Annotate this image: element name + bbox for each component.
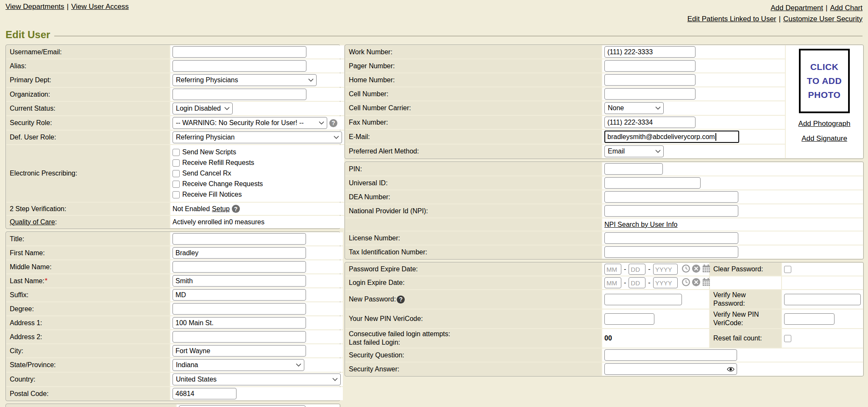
password-expire-dd-input[interactable] (629, 264, 645, 275)
primary-dept-select[interactable]: Referring Physicians (172, 74, 317, 86)
receive-fill-notices-checkbox[interactable] (172, 191, 180, 198)
new-password-help-icon[interactable]: ? (397, 295, 405, 304)
def-user-role-label: Def. User Role: (6, 131, 170, 144)
address2-input[interactable] (172, 331, 306, 343)
postal-code-input[interactable] (172, 388, 236, 399)
tax-id-label: Tax Identification Number: (345, 245, 601, 259)
name-address-group: Title: First Name: Middle Name: Last Nam… (6, 231, 340, 401)
npi-input[interactable] (604, 205, 738, 217)
two-step-help-icon[interactable]: ? (232, 205, 240, 213)
send-cancel-rx-checkbox[interactable] (172, 170, 180, 177)
password-expire-date-icons (682, 264, 711, 275)
clear-date-icon[interactable] (692, 278, 701, 288)
security-role-select[interactable]: -- WARNING: No Security Role for User! -… (172, 117, 327, 129)
chevron-down-icon (334, 136, 339, 139)
clear-password-checkbox[interactable] (784, 266, 791, 273)
verify-new-password-input[interactable] (784, 294, 861, 305)
new-password-input[interactable] (604, 294, 682, 305)
receive-fill-notices-label: Receive Fill Notices (182, 191, 242, 198)
security-role-help-icon[interactable]: ? (329, 119, 337, 127)
alias-input[interactable] (172, 60, 306, 72)
clock-icon[interactable] (682, 264, 690, 275)
home-number-input[interactable] (604, 74, 696, 86)
pin-vericode-input[interactable] (604, 313, 654, 325)
send-new-scripts-checkbox[interactable] (172, 149, 180, 156)
dea-number-input[interactable] (604, 191, 738, 203)
password-expire-yyyy-input[interactable] (653, 264, 678, 275)
username-input[interactable] (172, 46, 306, 58)
city-input[interactable] (172, 345, 306, 357)
add-chart-link[interactable]: Add Chart (830, 4, 862, 12)
suffix-input[interactable] (172, 289, 306, 301)
failed-logins-label: Consecutive failed login attempts: Last … (345, 329, 601, 348)
cell-carrier-select[interactable]: None (604, 102, 664, 114)
clear-date-icon[interactable] (692, 264, 701, 275)
account-settings-group: Username/Email: Alias: Primary Dept: Ref… (6, 45, 340, 229)
edit-patients-linked-link[interactable]: Edit Patients Linked to User (687, 15, 776, 23)
fax-number-input[interactable] (604, 117, 696, 128)
security-role-label: Security Role: (6, 116, 170, 130)
login-expire-mm-input[interactable] (604, 277, 621, 288)
add-department-link[interactable]: Add Department (771, 4, 823, 12)
alias-label: Alias: (6, 59, 170, 72)
alert-method-select[interactable]: Email (604, 145, 664, 157)
password-expire-mm-input[interactable] (604, 264, 621, 275)
eprescribe-option: Receive Refill Requests (172, 158, 254, 168)
security-answer-input[interactable] (604, 363, 737, 375)
postal-code-label: Postal Code: (6, 387, 170, 400)
degree-input[interactable] (172, 303, 306, 315)
pager-number-input[interactable] (604, 60, 696, 72)
security-question-input[interactable] (604, 349, 737, 361)
title-input[interactable] (172, 233, 306, 245)
tax-id-input[interactable] (604, 246, 738, 258)
npi-search-link[interactable]: NPI Search by User Info (604, 221, 678, 229)
customize-user-security-link[interactable]: Customize User Security (783, 15, 862, 23)
npi-search-label-spacer (345, 218, 601, 231)
work-number-input[interactable] (604, 46, 696, 58)
state-select[interactable]: Indiana (172, 359, 304, 371)
home-number-label: Home Number: (345, 73, 601, 86)
add-photo-box[interactable]: CLICK TO ADD PHOTO (799, 49, 850, 113)
add-photograph-link[interactable]: Add Photograph (798, 120, 851, 128)
verify-pin-vericode-input[interactable] (784, 313, 835, 325)
clock-icon[interactable] (682, 278, 690, 288)
pin-input[interactable] (604, 163, 663, 175)
receive-refill-requests-checkbox[interactable] (172, 159, 180, 167)
pager-number-label: Pager Number: (345, 59, 601, 72)
suffix-label: Suffix: (6, 288, 170, 301)
universal-id-label: Universal ID: (345, 176, 601, 190)
add-signature-link[interactable]: Add Signature (801, 134, 847, 143)
chevron-down-icon (319, 121, 324, 125)
view-departments-link[interactable]: View Departments (6, 3, 64, 11)
current-status-select[interactable]: Login Disabled (172, 103, 233, 114)
universal-id-input[interactable] (604, 177, 701, 189)
top-nav: View Departments|View User Access Add De… (6, 3, 862, 25)
address1-input[interactable] (172, 317, 306, 329)
quality-of-care-link[interactable]: Quality of Care (10, 218, 55, 226)
view-user-access-link[interactable]: View User Access (71, 3, 129, 11)
def-user-role-select[interactable]: Referring Physician (172, 131, 342, 143)
login-expire-yyyy-input[interactable] (653, 277, 678, 288)
security-question-label: Security Question: (345, 348, 601, 362)
two-step-setup-link[interactable]: Setup (212, 205, 230, 213)
middle-name-input[interactable] (172, 261, 306, 273)
login-expire-dd-input[interactable] (629, 277, 645, 288)
reset-fail-count-checkbox[interactable] (784, 335, 791, 342)
current-status-label: Current Status: (6, 102, 170, 115)
preferred-route-select[interactable]: Fax (179, 405, 306, 407)
first-name-input[interactable] (172, 247, 306, 259)
license-number-input[interactable] (604, 232, 738, 244)
organization-input[interactable] (172, 89, 306, 100)
email-input[interactable]: bradleysmith@abcdeliverycorp.com (604, 131, 739, 143)
required-asterisk: * (45, 277, 47, 285)
login-expire-spacer1 (710, 276, 781, 289)
receive-change-requests-checkbox[interactable] (172, 181, 180, 188)
country-select[interactable]: United States (172, 374, 341, 385)
calendar-icon[interactable] (702, 264, 711, 275)
cell-number-input[interactable] (604, 88, 696, 100)
calendar-icon[interactable] (702, 278, 711, 288)
left-column: Username/Email: Alias: Primary Dept: Ref… (6, 45, 340, 407)
show-password-eye-icon[interactable] (727, 366, 734, 372)
last-name-input[interactable] (172, 275, 306, 287)
new-password-label: New Password:? (345, 290, 601, 309)
